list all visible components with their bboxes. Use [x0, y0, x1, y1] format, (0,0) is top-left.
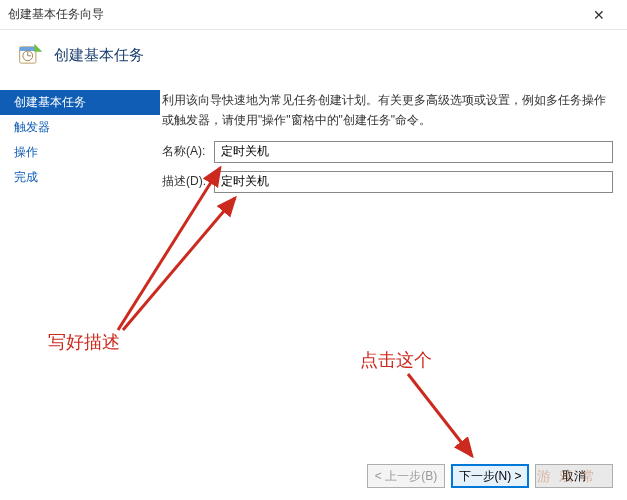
- next-button[interactable]: 下一步(N) >: [451, 464, 529, 488]
- step-create-basic-task[interactable]: 创建基本任务: [0, 90, 160, 115]
- description-input[interactable]: [214, 171, 613, 193]
- wizard-icon: [18, 42, 44, 68]
- svg-marker-5: [34, 44, 42, 52]
- step-finish[interactable]: 完成: [0, 165, 160, 190]
- wizard-steps: 创建基本任务 触发器 操作 完成: [0, 82, 160, 462]
- description-label: 描述(D):: [162, 173, 214, 190]
- intro-text: 利用该向导快速地为常见任务创建计划。有关更多高级选项或设置，例如多任务操作或触发…: [162, 90, 613, 131]
- page-title: 创建基本任务: [54, 46, 144, 65]
- cancel-button[interactable]: 取消: [535, 464, 613, 488]
- name-label: 名称(A):: [162, 143, 214, 160]
- svg-rect-1: [20, 47, 36, 51]
- name-input[interactable]: [214, 141, 613, 163]
- close-button[interactable]: ✕: [579, 1, 619, 29]
- step-action[interactable]: 操作: [0, 140, 160, 165]
- window-title: 创建基本任务向导: [8, 6, 579, 23]
- step-trigger[interactable]: 触发器: [0, 115, 160, 140]
- back-button: < 上一步(B): [367, 464, 445, 488]
